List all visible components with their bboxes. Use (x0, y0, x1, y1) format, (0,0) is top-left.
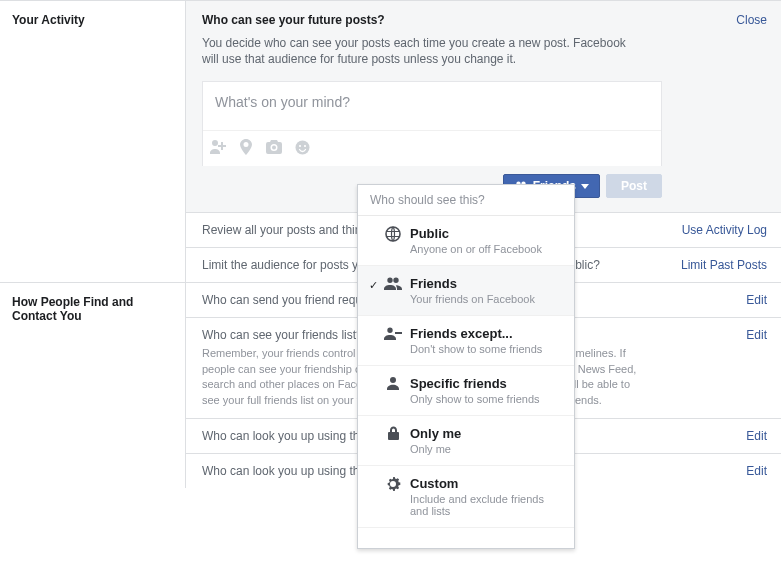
option-friends[interactable]: ✓ Friends Your friends on Facebook (358, 266, 574, 316)
gear-icon (382, 476, 404, 496)
option-title: Friends (410, 276, 562, 291)
option-subtitle: Only show to some friends (410, 393, 562, 405)
option-title: Custom (410, 476, 562, 491)
location-icon[interactable] (237, 139, 255, 158)
option-subtitle: Your friends on Facebook (410, 293, 562, 305)
option-subtitle: Include and exclude friends and lists (410, 493, 562, 517)
edit-link[interactable]: Edit (746, 293, 767, 307)
svg-point-2 (303, 145, 305, 147)
option-title: Public (410, 226, 562, 241)
limit-past-posts-link[interactable]: Limit Past Posts (681, 258, 767, 272)
option-subtitle: Anyone on or off Facebook (410, 243, 562, 255)
option-specific-friends[interactable]: Specific friends Only show to some frien… (358, 366, 574, 416)
option-subtitle: Only me (410, 443, 562, 455)
activity-description: You decide who can see your posts each t… (202, 35, 642, 67)
option-subtitle: Don't show to some friends (410, 343, 562, 355)
option-only-me[interactable]: Only me Only me (358, 416, 574, 466)
composer: What's on your mind? (202, 81, 662, 166)
edit-link[interactable]: Edit (746, 464, 767, 478)
svg-point-0 (295, 140, 309, 154)
friends-except-icon (382, 326, 404, 344)
section-heading-contact: How People Find and Contact You (0, 283, 185, 488)
activity-title: Who can see your future posts? (202, 13, 765, 27)
globe-icon (382, 226, 404, 246)
activity-top: Who can see your future posts? Close You… (186, 1, 781, 212)
friends-icon (382, 276, 404, 294)
feeling-icon[interactable] (293, 140, 311, 158)
close-link[interactable]: Close (736, 13, 767, 27)
option-title: Friends except... (410, 326, 562, 341)
check-icon: ✓ (366, 279, 380, 292)
option-title: Specific friends (410, 376, 562, 391)
svg-rect-4 (395, 332, 402, 334)
section-heading-activity: Your Activity (0, 1, 185, 282)
audience-dropdown: Who should see this? Public Anyone on or… (357, 184, 575, 549)
svg-point-1 (298, 145, 300, 147)
tag-people-icon[interactable] (209, 140, 227, 157)
use-activity-log-link[interactable]: Use Activity Log (682, 223, 767, 237)
option-friends-except[interactable]: Friends except... Don't show to some fri… (358, 316, 574, 366)
dropdown-header: Who should see this? (358, 185, 574, 216)
person-icon (382, 376, 404, 394)
composer-toolbar (203, 130, 661, 166)
option-public[interactable]: Public Anyone on or off Facebook (358, 216, 574, 266)
composer-input[interactable]: What's on your mind? (203, 82, 661, 130)
svg-point-3 (386, 227, 400, 241)
option-custom[interactable]: Custom Include and exclude friends and l… (358, 466, 574, 528)
option-title: Only me (410, 426, 562, 441)
dropdown-footer (358, 528, 574, 548)
lock-icon (382, 426, 404, 445)
post-button[interactable]: Post (606, 174, 662, 198)
edit-link[interactable]: Edit (746, 328, 767, 342)
caret-down-icon (581, 184, 589, 189)
edit-link[interactable]: Edit (746, 429, 767, 443)
photo-icon[interactable] (265, 140, 283, 157)
